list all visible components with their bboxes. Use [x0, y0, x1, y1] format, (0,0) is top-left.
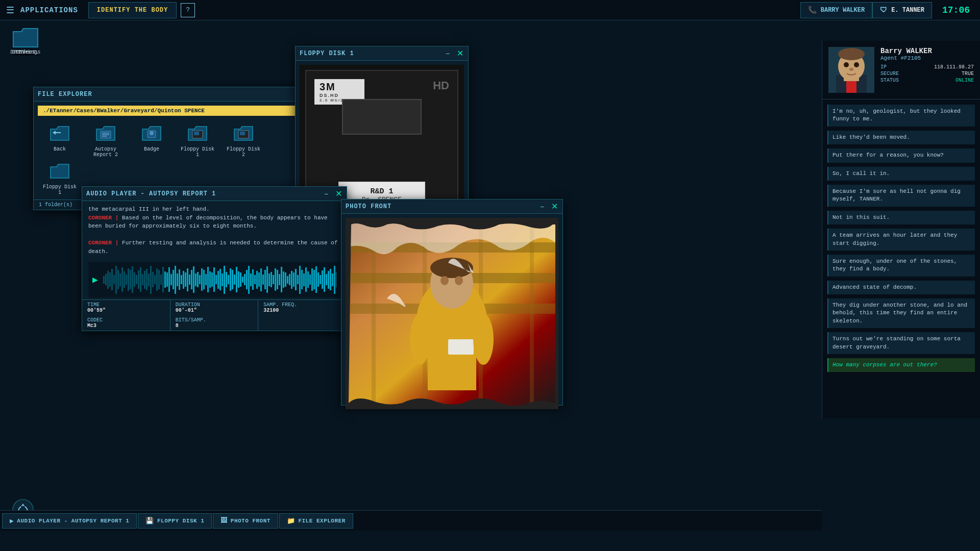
chat-message: Like they'd been moved. [827, 131, 975, 144]
svg-point-48 [854, 62, 859, 67]
window-controls: − ✕ [444, 49, 464, 58]
fe-icon-floppy1[interactable]: Floppy Disk 1 [180, 124, 215, 158]
svg-marker-6 [13, 29, 38, 47]
floppy-disk1-titlebar[interactable]: FLOPPY DISK 1 − ✕ [296, 46, 468, 61]
audio-text: the metacarpal III in her left hand. COR… [82, 201, 347, 260]
fe-icon-autopsy-report[interactable]: Autopsy Report 2 [88, 124, 124, 158]
agent-avatar [828, 47, 874, 93]
chat-message: Not in this suit. [827, 211, 975, 224]
file-icons-row: Back Autopsy Report 2 [34, 120, 324, 162]
floppy-type: DS.HD [320, 93, 359, 98]
agent2-button[interactable]: 🛡 E. TANNER [872, 2, 932, 18]
window-controls: − ✕ [538, 203, 558, 211]
floppy-taskbar-icon: 💾 [145, 517, 154, 525]
floppy-hd-label: HD [433, 79, 449, 92]
chat-panel: Barry WALKER Agent #F2105 IP 118.111.98.… [822, 41, 980, 418]
agent-details: Barry WALKER Agent #F2105 IP 118.111.98.… [880, 47, 974, 93]
status-stat: STATUS ONLINE [880, 78, 974, 83]
taskbar-file-explorer[interactable]: 📁 FILE EXPLORER [279, 513, 353, 529]
help-button[interactable]: ? [181, 3, 195, 17]
identify-tab[interactable]: IDENTIFY THE BODY [88, 2, 177, 18]
svg-point-38 [410, 314, 430, 365]
svg-rect-36 [428, 324, 476, 390]
svg-point-15 [150, 131, 154, 135]
desktop-icon-grave[interactable]: Grave... [5, 26, 46, 55]
svg-marker-22 [51, 164, 69, 178]
shield-icon: 🛡 [880, 6, 887, 14]
audio-player-window: AUDIO PLAYER - AUTOPSY REPORT 1 − ✕ the … [82, 186, 347, 331]
svg-point-39 [473, 314, 494, 365]
photo-taskbar-icon: 🖼 [220, 517, 228, 524]
floppy-icon [233, 124, 254, 145]
bits-cell: BITS/SAMP. 8 [170, 315, 259, 331]
close-button[interactable]: ✕ [550, 203, 558, 211]
sampfreq-cell: SAMP. FREQ. 32100 [258, 300, 347, 315]
svg-rect-18 [194, 132, 199, 135]
minimize-button[interactable]: − [322, 190, 330, 198]
chat-messages: I'm no, uh, geologist, but they looked f… [822, 99, 980, 385]
phone-icon: 📞 [808, 6, 817, 14]
chat-message: I'm no, uh, geologist, but they looked f… [827, 105, 975, 127]
close-button[interactable]: ✕ [456, 49, 464, 58]
chat-message: Advanced state of decomp. [827, 281, 975, 294]
chat-message: So, I call it in. [827, 167, 975, 181]
fe-icon-floppy-disk1-row2[interactable]: Floppy Disk 1 [42, 162, 78, 195]
highlight-message: How many corpses are out there? [827, 358, 975, 372]
folder-back-icon [50, 124, 70, 145]
folder-icon [50, 162, 70, 183]
folder-taskbar-icon: 📁 [287, 517, 296, 525]
badge-icon [141, 124, 162, 145]
path-bar: ./ETanner/Cases/BWalker/Graveyard/Quinto… [38, 106, 320, 116]
svg-rect-21 [240, 132, 245, 135]
agent-profile: Barry WALKER Agent #F2105 IP 118.111.98.… [822, 41, 980, 99]
taskbar-audio-player[interactable]: ▶ AUDIO PLAYER - AUTOPSY REPORT 1 [2, 513, 137, 529]
close-button[interactable]: ✕ [334, 190, 342, 198]
topbar-right: 📞 BARRY WALKER 🛡 E. TANNER 17:06 [800, 2, 980, 18]
svg-point-47 [844, 62, 849, 67]
floppy-icon [187, 124, 208, 145]
app-title: APPLICATIONS [20, 6, 78, 14]
svg-marker-7 [51, 127, 69, 140]
photo-image [346, 222, 558, 406]
photo-content [346, 218, 558, 409]
floppy-slot [342, 99, 422, 135]
chat-message: Because I'm sure as hell not gonna dig m… [827, 185, 975, 207]
clock: 17:06 [932, 5, 980, 15]
fe-icon-floppy2[interactable]: Floppy Disk 2 [226, 124, 261, 158]
empty-cell [258, 315, 347, 331]
codec-cell: CODEC Mc3 [82, 315, 170, 331]
taskbar: ▶ AUDIO PLAYER - AUTOPSY REPORT 1 💾 FLOP… [0, 510, 822, 531]
topbar: ☰ APPLICATIONS IDENTIFY THE BODY ? 📞 BAR… [0, 0, 980, 20]
chat-message: Sure enough, under one of the stones, th… [827, 255, 975, 277]
minimize-button[interactable]: − [444, 49, 452, 58]
chat-message: They dig under another stone, and lo and… [827, 298, 975, 328]
chat-message: Put there for a reason, you know? [827, 148, 975, 162]
folder-doc-icon [95, 124, 116, 145]
window-controls: − ✕ [322, 190, 342, 198]
play-icon: ▶ [10, 517, 14, 525]
folder-icon [12, 26, 39, 48]
svg-point-46 [838, 48, 865, 60]
floppy-brand: 3M [320, 81, 359, 93]
svg-rect-37 [448, 339, 474, 355]
audio-player-titlebar[interactable]: AUDIO PLAYER - AUTOPSY REPORT 1 − ✕ [82, 187, 347, 201]
waveform-visualization [103, 264, 336, 295]
menu-icon[interactable]: ☰ [0, 0, 20, 20]
photo-titlebar[interactable]: PHOTO FRONT − ✕ [341, 199, 562, 214]
time-cell: TIME 00'59" [82, 300, 170, 315]
photo-window: PHOTO FRONT − ✕ [341, 199, 563, 406]
agent1-button[interactable]: 📞 BARRY WALKER [800, 2, 872, 18]
svg-rect-30 [530, 222, 534, 406]
duration-cell: DURATION 00'-01" [170, 300, 259, 315]
fe-icon-badge[interactable]: Badge [134, 124, 169, 158]
svg-point-34 [440, 276, 449, 285]
play-button[interactable]: ▶ [92, 274, 98, 285]
fe-icon-back[interactable]: Back [42, 124, 78, 158]
file-explorer-titlebar[interactable]: FILE EXPLORER − ✕ [34, 87, 324, 102]
chat-message: Turns out we're standing on some sorta d… [827, 332, 975, 354]
chat-message: A team arrives an hour later and they st… [827, 229, 975, 251]
taskbar-photo[interactable]: 🖼 PHOTO FRONT [213, 513, 278, 529]
minimize-button[interactable]: − [538, 203, 546, 211]
taskbar-floppy[interactable]: 💾 FLOPPY DISK 1 [138, 513, 212, 529]
audio-metadata: TIME 00'59" DURATION 00'-01" SAMP. FREQ.… [82, 299, 347, 331]
